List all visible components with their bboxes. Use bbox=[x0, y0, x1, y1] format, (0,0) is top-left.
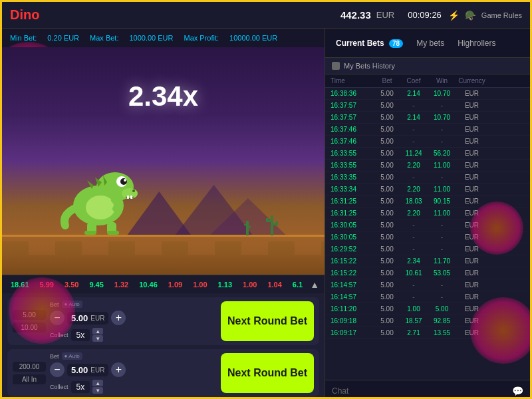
bet-panel-1-bottom-val: 10.00 bbox=[13, 323, 46, 332]
bet-panel-2-middle: Bet ●Auto − 5.00 EUR + bbox=[50, 352, 217, 394]
cell-currency-7: EUR bbox=[457, 174, 487, 181]
cell-win-0: 10.70 bbox=[427, 90, 457, 97]
history-item-3[interactable]: 9.45 bbox=[86, 279, 106, 290]
bet-input-2[interactable]: 5.00 EUR bbox=[67, 364, 108, 376]
next-round-btn-2[interactable]: Next Round Bet bbox=[221, 353, 314, 393]
history-item-0[interactable]: 18.61 bbox=[7, 279, 33, 290]
stats-bar: Min Bet: 0.20 EUR Max Bet: 1000.00 EUR M… bbox=[2, 29, 325, 47]
cell-currency-14: EUR bbox=[457, 257, 487, 265]
cell-coef-2: 2.14 bbox=[400, 114, 427, 121]
bet-decrease-btn-1[interactable]: − bbox=[50, 311, 65, 325]
table-row: 16:15:22 5.00 10.61 53.05 EUR bbox=[325, 267, 530, 279]
collect-down-btn-2[interactable]: ▼ bbox=[92, 387, 103, 394]
collect-val-1: 5x bbox=[71, 329, 90, 341]
cell-bet-11: 5.00 bbox=[374, 221, 400, 229]
bet-increase-btn-2[interactable]: + bbox=[111, 362, 126, 377]
cell-coef-7: - bbox=[400, 174, 427, 181]
col-bet: Bet bbox=[374, 77, 400, 84]
cell-time-1: 16:37:57 bbox=[331, 102, 374, 109]
timer: 00:09:26 bbox=[408, 10, 442, 20]
right-panel: Current Bets 78 My bets Highrollers My B… bbox=[325, 29, 530, 399]
cell-bet-16: 5.00 bbox=[374, 281, 400, 289]
balance-amount: 442.33 bbox=[340, 9, 371, 21]
max-bet-value: 1000.00 EUR bbox=[129, 34, 173, 42]
cell-time-9: 16:31:25 bbox=[331, 198, 374, 205]
dino bbox=[55, 152, 142, 241]
tab-highrollers[interactable]: Highrollers bbox=[452, 35, 501, 52]
bet-amount-1: 5.00 bbox=[71, 313, 88, 323]
collect-arrows-1: ▲ ▼ bbox=[92, 328, 103, 342]
table-row: 16:15:22 5.00 2.34 11.70 EUR bbox=[325, 255, 530, 267]
history-item-4[interactable]: 1.32 bbox=[111, 279, 132, 290]
history-item-11[interactable]: 6.1 bbox=[289, 279, 306, 290]
my-bets-history-label: My Bets History bbox=[344, 62, 395, 70]
svg-rect-9 bbox=[244, 224, 247, 225]
table-row: 16:38:36 5.00 2.14 10.70 EUR bbox=[325, 88, 530, 100]
history-item-8[interactable]: 1.13 bbox=[215, 279, 235, 290]
history-item-6[interactable]: 1.09 bbox=[165, 279, 186, 290]
history-item-2[interactable]: 3.50 bbox=[61, 279, 82, 290]
collect-label-1: Collect bbox=[50, 332, 68, 338]
collect-up-btn-1[interactable]: ▲ bbox=[92, 328, 103, 334]
history-item-10[interactable]: 1.04 bbox=[264, 279, 285, 290]
auto-badge-2[interactable]: ●Auto bbox=[62, 352, 82, 360]
bet-panel-1-top-val: 5.00 bbox=[13, 310, 46, 320]
cell-bet-8: 5.00 bbox=[374, 186, 400, 193]
table-row: 16:11:20 5.00 1.00 5.00 EUR bbox=[325, 303, 530, 315]
bet-panel-2-bottom-val: All In bbox=[13, 374, 46, 384]
bet-increase-btn-1[interactable]: + bbox=[111, 311, 126, 325]
svg-rect-7 bbox=[275, 221, 278, 225]
game-rules-button[interactable]: Game Rules bbox=[481, 11, 522, 19]
cell-time-10: 16:31:25 bbox=[331, 209, 374, 217]
auto-badge-1[interactable]: ●Auto bbox=[62, 301, 82, 308]
cell-time-11: 16:30:05 bbox=[331, 221, 374, 229]
bet-input-1[interactable]: 5.00 EUR bbox=[67, 312, 108, 325]
collect-down-btn-1[interactable]: ▼ bbox=[92, 335, 103, 342]
bet-decrease-btn-2[interactable]: − bbox=[50, 362, 65, 377]
cell-coef-9: 18.03 bbox=[400, 198, 427, 205]
balance-section: 442.33 EUR bbox=[340, 9, 394, 21]
table-row: 16:29:52 5.00 - - EUR bbox=[325, 243, 530, 255]
bet-amount-2: 5.00 bbox=[71, 365, 88, 375]
history-item-5[interactable]: 10.46 bbox=[136, 279, 161, 290]
tab-current-bets[interactable]: Current Bets 78 bbox=[331, 35, 408, 52]
table-row: 16:37:46 5.00 - - EUR bbox=[325, 124, 530, 136]
table-row: 16:30:05 5.00 - - EUR bbox=[325, 231, 530, 243]
tabs: Current Bets 78 My bets Highrollers bbox=[325, 29, 530, 58]
collect-up-btn-2[interactable]: ▲ bbox=[92, 380, 103, 386]
collect-row-2: Collect 5x ▲ ▼ bbox=[50, 380, 217, 394]
chat-icon[interactable]: 💬 bbox=[512, 386, 523, 396]
next-round-btn-1[interactable]: Next Round Bet bbox=[221, 301, 314, 341]
bet-currency-1: EUR bbox=[90, 315, 104, 322]
bet-row-2: Bet ●Auto bbox=[50, 352, 217, 360]
cell-coef-1: - bbox=[400, 102, 427, 109]
cell-coef-13: - bbox=[400, 245, 427, 253]
history-item-9[interactable]: 1.00 bbox=[239, 279, 260, 290]
ground-detail bbox=[2, 241, 325, 255]
balance-currency: EUR bbox=[376, 10, 394, 20]
svg-rect-10 bbox=[248, 226, 251, 227]
cell-win-16: - bbox=[427, 281, 457, 289]
cell-time-7: 16:33:35 bbox=[331, 174, 374, 181]
cell-coef-19: 18.57 bbox=[400, 317, 427, 325]
cell-time-3: 16:37:46 bbox=[331, 126, 374, 133]
history-item-7[interactable]: 1.00 bbox=[190, 279, 210, 290]
cell-time-5: 16:33:55 bbox=[331, 150, 374, 157]
tab-my-bets[interactable]: My bets bbox=[411, 35, 450, 52]
cell-win-15: 53.05 bbox=[427, 269, 457, 277]
max-bet-label: Max Bet: bbox=[90, 34, 118, 42]
bet-input-row-2: − 5.00 EUR + bbox=[50, 362, 217, 377]
cell-bet-19: 5.00 bbox=[374, 317, 400, 325]
table-row: 16:09:17 5.00 2.71 13.55 EUR bbox=[325, 327, 530, 339]
cell-win-6: 11.00 bbox=[427, 162, 457, 169]
table-row: 16:37:57 5.00 - - EUR bbox=[325, 100, 530, 112]
history-item-1[interactable]: 5.99 bbox=[37, 279, 57, 290]
cell-coef-12: - bbox=[400, 233, 427, 241]
cell-time-20: 16:09:17 bbox=[331, 329, 374, 336]
cell-bet-15: 5.00 bbox=[374, 269, 400, 277]
bet-panel-2-top-val: 200.00 bbox=[13, 362, 46, 372]
cell-currency-15: EUR bbox=[457, 269, 487, 277]
cell-time-14: 16:15:22 bbox=[331, 257, 374, 265]
history-scroll-up[interactable]: ▲ bbox=[310, 279, 319, 290]
cell-bet-20: 5.00 bbox=[374, 329, 400, 336]
